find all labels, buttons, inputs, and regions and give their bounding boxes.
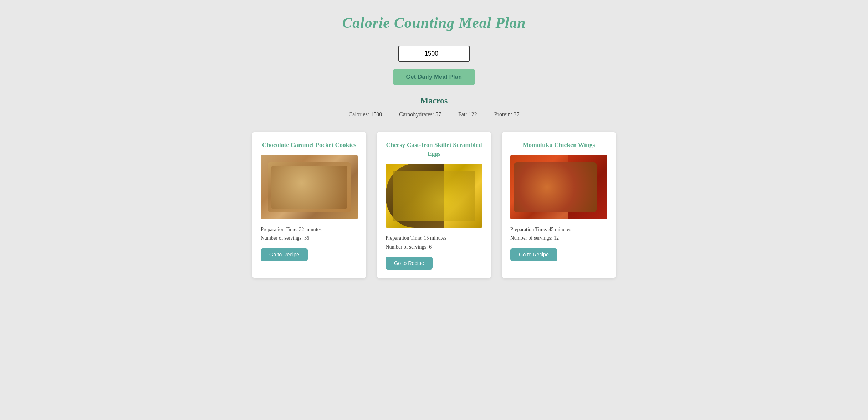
recipe-title-3: Momofuku Chicken Wings bbox=[510, 140, 607, 149]
recipe-title-2: Cheesy Cast-Iron Skillet Scrambled Eggs bbox=[386, 140, 482, 158]
page-container: Calorie Counting Meal Plan Get Daily Mea… bbox=[220, 14, 648, 278]
servings-1: Number of servings: 36 bbox=[261, 235, 309, 241]
recipe-card-3: Momofuku Chicken Wings Preparation Time:… bbox=[502, 132, 616, 278]
recipe-image-1 bbox=[261, 155, 358, 219]
protein-macro: Protein: 37 bbox=[494, 111, 520, 118]
recipe-cards-container: Chocolate Caramel Pocket Cookies Prepara… bbox=[220, 132, 648, 278]
recipe-image-3 bbox=[510, 155, 607, 219]
calorie-input[interactable] bbox=[398, 46, 470, 62]
servings-2: Number of servings: 6 bbox=[386, 244, 432, 250]
page-title: Calorie Counting Meal Plan bbox=[342, 14, 526, 31]
fat-macro: Fat: 122 bbox=[458, 111, 477, 118]
macros-row: Calories: 1500 Carbohydrates: 57 Fat: 12… bbox=[348, 111, 519, 118]
carbs-macro: Carbohydrates: 57 bbox=[399, 111, 441, 118]
servings-3: Number of servings: 12 bbox=[510, 235, 559, 241]
recipe-info-2: Preparation Time: 15 minutes Number of s… bbox=[386, 234, 446, 251]
prep-time-3: Preparation Time: 45 minutes bbox=[510, 226, 571, 232]
calories-macro: Calories: 1500 bbox=[348, 111, 382, 118]
prep-time-1: Preparation Time: 32 minutes bbox=[261, 226, 322, 232]
macros-section-title: Macros bbox=[420, 96, 448, 106]
recipe-image-2 bbox=[386, 164, 482, 228]
recipe-info-1: Preparation Time: 32 minutes Number of s… bbox=[261, 225, 322, 242]
recipe-title-1: Chocolate Caramel Pocket Cookies bbox=[261, 140, 358, 149]
go-to-recipe-button-1[interactable]: Go to Recipe bbox=[261, 248, 308, 261]
go-to-recipe-button-3[interactable]: Go to Recipe bbox=[510, 248, 557, 261]
go-to-recipe-button-2[interactable]: Go to Recipe bbox=[386, 257, 433, 270]
recipe-card-1: Chocolate Caramel Pocket Cookies Prepara… bbox=[252, 132, 366, 278]
get-daily-meal-plan-button[interactable]: Get Daily Meal Plan bbox=[393, 69, 475, 85]
prep-time-2: Preparation Time: 15 minutes bbox=[386, 235, 446, 241]
recipe-info-3: Preparation Time: 45 minutes Number of s… bbox=[510, 225, 571, 242]
recipe-card-2: Cheesy Cast-Iron Skillet Scrambled Eggs … bbox=[377, 132, 491, 278]
